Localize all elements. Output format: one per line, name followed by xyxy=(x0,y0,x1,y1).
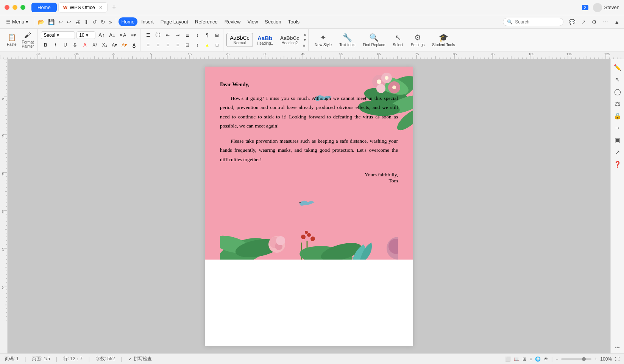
select-button[interactable]: ↖ Select xyxy=(390,31,406,48)
align-left-button[interactable]: ≡ xyxy=(144,41,153,49)
border-button[interactable]: □ xyxy=(212,41,222,49)
spell-check-area[interactable]: ✓ 拼写检查 xyxy=(128,356,152,362)
search-box[interactable]: 🔍 xyxy=(503,18,563,26)
menu-reference[interactable]: Reference xyxy=(192,17,221,26)
view-list-icon[interactable]: ≡ xyxy=(529,356,532,362)
menu-view[interactable]: View xyxy=(244,17,261,26)
bullet-list-button[interactable]: ☰ xyxy=(144,31,153,39)
tab-doc[interactable]: W WPS Office ✕ xyxy=(58,2,108,12)
settings-button[interactable]: ⚙ Settings xyxy=(408,31,427,48)
menu-section[interactable]: Section xyxy=(262,17,284,26)
shadow-text-button[interactable]: A̲ xyxy=(129,41,139,49)
menu-review[interactable]: Review xyxy=(222,17,244,26)
more-tools-button[interactable]: ••• xyxy=(615,345,620,350)
help-tool-button[interactable]: ❓ xyxy=(612,159,623,170)
save-icon[interactable]: 💾 xyxy=(47,18,56,26)
find-replace-button[interactable]: 🔍 Find Replace xyxy=(360,31,388,48)
tab-close-icon[interactable]: ✕ xyxy=(99,5,103,10)
more-tools-icon[interactable]: » xyxy=(108,18,114,26)
view-page-icon[interactable]: ⬜ xyxy=(505,356,511,362)
print-icon[interactable]: 🖨 xyxy=(73,18,82,26)
numbered-list-button[interactable]: ⑴ xyxy=(153,31,162,39)
clear-format-button[interactable]: ✕A xyxy=(118,31,127,39)
more-font-button[interactable]: ≡▾ xyxy=(129,31,138,39)
font-color-button[interactable]: A xyxy=(80,41,89,49)
menu-toggle[interactable]: ☰ Menu ▾ xyxy=(3,17,31,26)
superscript-button[interactable]: X² xyxy=(90,41,99,49)
close-button[interactable] xyxy=(5,5,9,10)
font-name-selector[interactable]: Seoul ▾ xyxy=(41,31,75,39)
undo2-icon[interactable]: ↺ xyxy=(91,18,98,26)
bold-button[interactable]: B xyxy=(41,41,50,49)
share-icon[interactable]: ↗ xyxy=(580,18,587,26)
fill-color-button[interactable]: ▲ xyxy=(203,41,212,49)
crop-tool-button[interactable]: ▣ xyxy=(612,135,623,145)
columns-button[interactable]: ⊟ xyxy=(183,41,192,49)
lock-tool-button[interactable]: 🔒 xyxy=(612,110,623,121)
style-normal[interactable]: AaBbCc Normal xyxy=(226,33,253,47)
cursor-tool-button[interactable]: ↖ xyxy=(612,74,623,85)
notification-badge[interactable]: 3 xyxy=(582,5,588,10)
para-more-button[interactable]: ⊞ xyxy=(212,31,222,39)
sort-button[interactable]: ↕ xyxy=(193,31,202,39)
style-heading2[interactable]: AaBbCc Heading2 xyxy=(277,34,303,47)
font-size-selector[interactable]: 10 ▾ xyxy=(76,31,95,39)
chat-icon[interactable]: 💬 xyxy=(567,18,577,26)
style-scroll[interactable]: ▲ ▼ ≡ xyxy=(303,32,307,48)
justify-button[interactable]: ≡ xyxy=(173,41,182,49)
increase-font-button[interactable]: A↑ xyxy=(97,31,106,39)
line-spacing-button[interactable]: ↕ xyxy=(193,41,202,49)
font-color2-button[interactable]: A▾ xyxy=(120,41,129,49)
pen-tool-button[interactable]: ✏️ xyxy=(612,62,623,73)
strikethrough-button[interactable]: S̶ xyxy=(70,41,80,49)
document-area[interactable]: Dear Wendy, How's it going? I miss you s… xyxy=(8,59,610,353)
minimize-button[interactable] xyxy=(12,5,17,10)
show-marks-button[interactable]: ¶ xyxy=(203,31,212,39)
decrease-font-button[interactable]: A↓ xyxy=(108,31,117,39)
menu-page-layout[interactable]: Page Layout xyxy=(158,17,191,26)
highlight-button[interactable]: A▾ xyxy=(110,41,119,49)
view-book-icon[interactable]: 📖 xyxy=(514,356,519,362)
italic-button[interactable]: I xyxy=(51,41,60,49)
export-icon[interactable]: ⬆ xyxy=(83,18,90,26)
fullscreen-button[interactable]: ⛶ xyxy=(615,356,619,362)
tab-home[interactable]: Home xyxy=(31,3,57,12)
underline-button[interactable]: U xyxy=(61,41,70,49)
collapse-icon[interactable]: ▲ xyxy=(613,18,621,26)
open-icon[interactable]: 📂 xyxy=(36,18,46,26)
student-tools-button[interactable]: 🎓 Student Tools xyxy=(429,31,458,48)
user-avatar[interactable]: Steven xyxy=(593,3,619,12)
new-tab-button[interactable]: + xyxy=(109,3,119,12)
undo-icon[interactable]: ↩ xyxy=(57,18,64,26)
align-right-button[interactable]: ≡ xyxy=(163,41,172,49)
arrow-tool-button[interactable]: → xyxy=(612,123,623,133)
view-grid-icon[interactable]: ⊞ xyxy=(523,356,526,362)
shape-tool-button[interactable]: ◯ xyxy=(612,86,623,97)
multilevel-list-button[interactable]: ≣ xyxy=(183,31,192,39)
adjust-tool-button[interactable]: ⚖ xyxy=(612,98,623,109)
style-heading1[interactable]: AaBb Heading1 xyxy=(254,33,276,47)
menu-insert[interactable]: Insert xyxy=(138,17,157,26)
zoom-slider[interactable] xyxy=(561,358,591,360)
view-eye-icon[interactable]: 👁 xyxy=(544,356,548,362)
redo-icon[interactable]: ↩ xyxy=(65,18,73,26)
menu-home[interactable]: Home xyxy=(119,17,138,26)
settings2-icon[interactable]: ⚙ xyxy=(590,18,598,26)
more-icon[interactable]: ⋯ xyxy=(601,18,610,26)
view-globe-icon[interactable]: 🌐 xyxy=(535,356,541,362)
align-center-button[interactable]: ≡ xyxy=(153,41,162,49)
decrease-indent-button[interactable]: ⇤ xyxy=(163,31,172,39)
redo2-icon[interactable]: ↻ xyxy=(99,18,107,26)
zoom-out-button[interactable]: − xyxy=(555,356,558,362)
paste-button[interactable]: 📋 Paste xyxy=(5,32,19,48)
new-style-button[interactable]: ✦ New Style xyxy=(312,31,335,48)
export-tool-button[interactable]: ↗ xyxy=(612,147,623,157)
text-tools-button[interactable]: 🔧 Text tools xyxy=(336,31,358,48)
increase-indent-button[interactable]: ⇥ xyxy=(173,31,182,39)
zoom-in-button[interactable]: + xyxy=(594,356,597,362)
search-input[interactable] xyxy=(515,19,560,25)
subscript-button[interactable]: X₂ xyxy=(100,41,109,49)
menu-tools[interactable]: Tools xyxy=(285,17,303,26)
maximize-button[interactable] xyxy=(20,5,25,10)
format-painter-button[interactable]: 🖌 FormatPainter xyxy=(20,30,36,50)
